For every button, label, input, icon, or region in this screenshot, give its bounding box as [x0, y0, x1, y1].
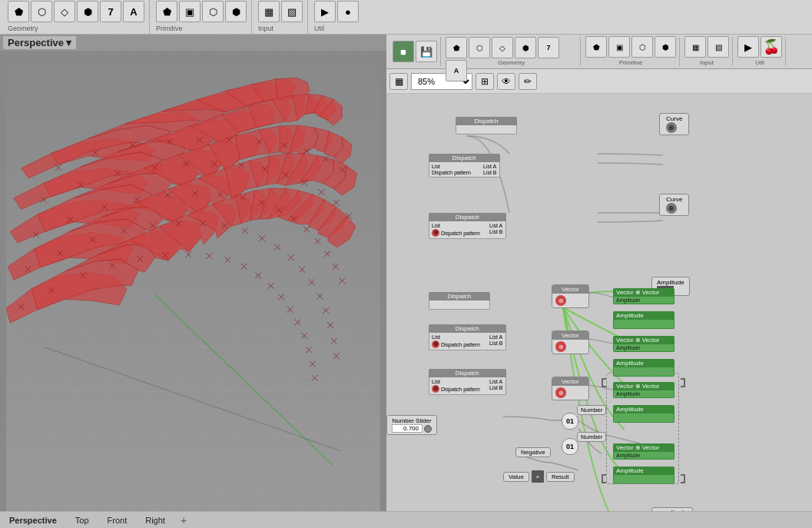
va-node-8[interactable]: Amplitude [613, 467, 674, 484]
port-list-b-1: List B [483, 170, 497, 175]
va-node-4[interactable]: Amplitude [613, 359, 674, 377]
result-node[interactable]: Result [546, 472, 575, 482]
gh-util-2[interactable]: 🍒 [761, 36, 782, 58]
va-node-6[interactable]: Amplitude [613, 405, 674, 423]
number-slider-node[interactable]: Number Slider 0.700 [386, 415, 437, 435]
curve-1-icon: ⊛ [666, 122, 677, 133]
dispatch-5-header: Dispatch [429, 324, 506, 333]
view-btn-perspective[interactable]: Perspective [6, 516, 60, 525]
input-btn-2[interactable]: ▧ [281, 1, 303, 22]
bracket-left-bot [602, 474, 606, 483]
prim-btn-2[interactable]: ▣ [179, 1, 201, 22]
va-7-amp: Amplitude [616, 453, 671, 458]
prim-btn-1[interactable]: ⬟ [156, 1, 177, 22]
va-node-2[interactable]: Amplitude [613, 311, 674, 329]
gh-geo-1[interactable]: ⬟ [446, 37, 467, 58]
util-btn-2[interactable]: ● [337, 1, 359, 22]
primitive-label: Primitive [156, 25, 183, 32]
value-node[interactable]: Value [503, 472, 529, 482]
number-node-2[interactable]: 01 [562, 438, 578, 455]
prim-btn-3[interactable]: ⬡ [202, 1, 224, 22]
number-slider-handle[interactable] [424, 425, 432, 433]
util-btn-1[interactable]: ▶ [314, 1, 336, 22]
viewport-canvas [0, 35, 386, 511]
gh-geo-3[interactable]: ◇ [492, 37, 513, 58]
va-4-body [613, 367, 674, 377]
dispatch-node-5[interactable]: Dispatch List ⊛ Dispatch pattern List A … [429, 324, 506, 350]
viewport-title[interactable]: Perspective ▾ [3, 36, 76, 49]
top-toolbar: ⬟ ⬡ ◇ ⬢ 7 A Geometry ⬟ ▣ ⬡ ⬢ Primitive ▦… [0, 0, 812, 35]
dispatch-node-2[interactable]: Dispatch List Dispatch pattern List A Li… [429, 154, 500, 178]
dispatch-node-6[interactable]: Dispatch List ⊛ Dispatch pattern List A … [429, 369, 506, 395]
gh-input-section: ▦ ▧ Input [681, 37, 733, 66]
dispatch-node-3[interactable]: Dispatch List ⊛ Dispatch pattern List A … [429, 213, 506, 239]
port-list-a-1: List A [483, 164, 497, 169]
gh-canvas[interactable]: Dispatch Dispatch List Dispatch pattern … [386, 94, 812, 511]
gh-prim-3[interactable]: ⬡ [631, 36, 653, 58]
grid-btn[interactable]: ⊞ [476, 73, 494, 90]
gh-geo-5[interactable]: 7 [538, 37, 559, 58]
number-node-1[interactable]: 01 [562, 413, 578, 430]
gh-prim-4[interactable]: ⬢ [655, 36, 676, 58]
viewport-dropdown-icon[interactable]: ▾ [66, 37, 71, 48]
geo-btn-2[interactable]: ⬡ [31, 1, 52, 22]
view-btn-right[interactable]: Right [142, 516, 168, 525]
input-btn-1[interactable]: ▦ [258, 1, 280, 22]
eye-btn[interactable]: 👁 [497, 73, 515, 90]
viewport-title-text: Perspective [8, 37, 64, 48]
va-7-vec2: Vector [642, 444, 660, 451]
bottom-status-bar: Perspective Top Front Right + [0, 511, 812, 528]
port-dp-5: ⊛ Dispatch pattern [432, 340, 480, 348]
geo-btn-5[interactable]: 7 [100, 1, 121, 22]
viewport-panel: Perspective ▾ [0, 35, 386, 511]
dispatch-node-4[interactable]: Dispatch [429, 292, 490, 310]
amplitude-bottom-node[interactable]: Amplitude [651, 507, 693, 511]
dispatch-5-outputs: List A List B [487, 334, 505, 348]
gh-prim-label: Primitive [582, 59, 679, 66]
number-label-node-1: Number [577, 405, 606, 415]
va-5-icon: ⊕ [635, 383, 641, 390]
vector-node-1[interactable]: Vector ⊛ [552, 284, 589, 308]
dispatch-2-header: Dispatch [429, 154, 500, 162]
curve-node-2[interactable]: Curve ⊛ [659, 194, 689, 216]
curve-node-1[interactable]: Curve ⊛ [659, 113, 689, 135]
pen-btn[interactable]: ✏ [519, 73, 537, 90]
view-btn-front[interactable]: Front [104, 516, 131, 525]
geo-btn-3[interactable]: ◇ [54, 1, 75, 22]
prim-btn-4[interactable]: ⬢ [225, 1, 247, 22]
va-node-7[interactable]: Vector ⊕ Vector Amplitude [613, 443, 674, 460]
va-node-3[interactable]: Vector ⊕ Vector Amplitude [613, 336, 674, 352]
gh-geo-4[interactable]: ⬢ [515, 37, 536, 58]
view-btn-top[interactable]: Top [72, 516, 92, 525]
gh-input-2[interactable]: ▧ [708, 36, 729, 58]
gh-prim-2[interactable]: ▣ [608, 36, 630, 58]
gh-save-btn[interactable]: 💾 [416, 41, 437, 62]
gh-util-1[interactable]: ▶ [737, 36, 759, 58]
negative-node[interactable]: Negative [515, 447, 551, 457]
gh-new-btn[interactable]: ■ [393, 41, 414, 62]
gh-prim-1[interactable]: ⬟ [585, 36, 607, 58]
gh-top-toolbar: ■ 💾 ⬟ ⬡ ◇ ⬢ 7 A Geometry ⬟ ▣ ⬡ ⬢ [386, 35, 812, 69]
port-list-5: List [432, 334, 480, 340]
va-2-header: Amplitude [613, 311, 674, 320]
vector-node-3[interactable]: Vector ⊛ [552, 377, 589, 400]
geo-btn-1[interactable]: ⬟ [8, 1, 29, 22]
dispatch-6-outputs: List A List B [487, 379, 505, 393]
gh-view-btn[interactable]: ▦ [389, 73, 408, 90]
number-label-node-2: Number [577, 432, 606, 442]
va-7-header: Vector ⊕ Vector [613, 443, 674, 452]
add-view-btn[interactable]: + [181, 514, 187, 526]
util-section: ▶ ● Util [310, 0, 363, 34]
dispatch-node-1[interactable]: Dispatch [456, 117, 517, 134]
vector-node-2[interactable]: Vector ⊛ [552, 330, 589, 354]
geo-btn-6[interactable]: A [123, 1, 144, 22]
va-node-5[interactable]: Vector ⊕ Vector Amplitude [613, 382, 674, 398]
va-node-1[interactable]: Vector ⊕ Vector Amplitude [613, 288, 674, 304]
gh-geo-2[interactable]: ⬡ [469, 37, 490, 58]
gh-input-1[interactable]: ▦ [684, 36, 706, 58]
dispatch-6-inputs: List ⊛ Dispatch pattern [429, 379, 482, 393]
dispatch-3-header: Dispatch [429, 213, 506, 221]
port-icon-6: ⊛ [432, 385, 439, 393]
geo-btn-4[interactable]: ⬢ [77, 1, 98, 22]
dispatch-3-inputs: List ⊛ Dispatch pattern [429, 223, 482, 237]
